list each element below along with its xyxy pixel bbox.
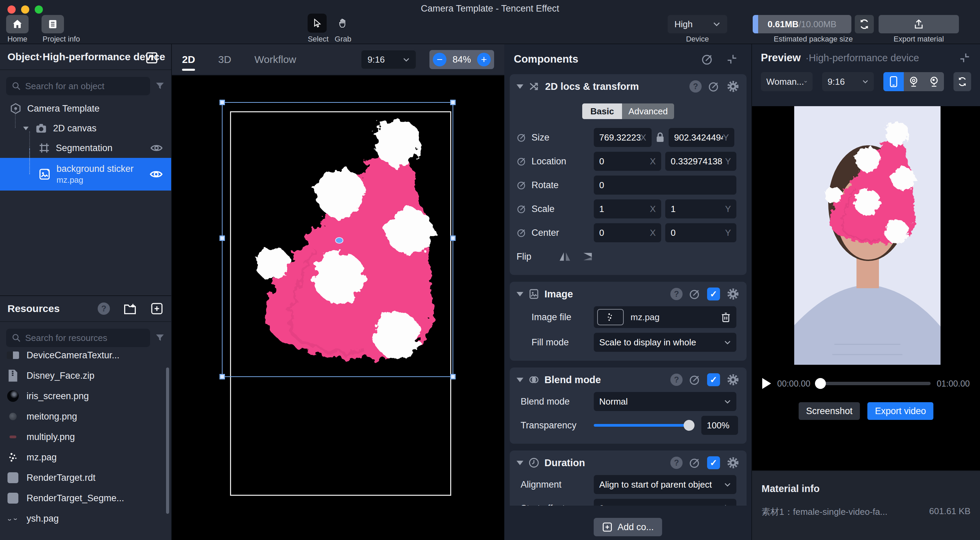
resource-item[interactable]: RenderTarget.rdt — [0, 468, 171, 488]
gear-icon[interactable] — [726, 80, 740, 93]
collapse-caret-icon[interactable] — [517, 461, 523, 465]
enabled-checkbox[interactable]: ✓ — [707, 373, 720, 386]
collapse-panel-icon[interactable] — [958, 51, 971, 64]
tab-advanced[interactable]: Advanced — [622, 104, 674, 119]
tree-item-2d-canvas[interactable]: 2D canvas — [0, 118, 171, 138]
gear-icon[interactable] — [726, 373, 740, 387]
object-search[interactable] — [6, 77, 150, 95]
panel-toggle-icon[interactable] — [144, 50, 159, 65]
scale-x-input[interactable]: 1X — [594, 199, 661, 218]
start-offset-input[interactable]: 0seconds — [594, 499, 737, 506]
fill-mode-dropdown[interactable]: Scale to display in whole — [594, 333, 737, 352]
preview-ratio-dropdown[interactable]: 9:16 — [822, 72, 874, 91]
image-file-field[interactable]: mz.pag — [594, 306, 737, 328]
reset-icon[interactable] — [689, 457, 701, 469]
transparency-slider[interactable] — [594, 424, 692, 427]
select-tool-button[interactable] — [308, 14, 327, 33]
reset-field-icon[interactable] — [517, 180, 527, 190]
export-package-button[interactable] — [878, 15, 959, 33]
resource-item[interactable]: mz.pag — [0, 447, 171, 468]
resource-item[interactable]: ysh.pag — [0, 508, 171, 529]
new-folder-icon[interactable] — [123, 302, 137, 315]
transparency-value[interactable]: 100% — [701, 416, 738, 435]
trash-icon[interactable] — [721, 312, 731, 323]
canvas-viewport[interactable] — [172, 75, 504, 540]
scale-y-input[interactable]: 1Y — [665, 199, 737, 218]
filter-icon[interactable] — [155, 81, 165, 91]
export-video-button[interactable]: Export video — [867, 402, 933, 420]
enabled-checkbox[interactable]: ✓ — [707, 456, 720, 469]
webcam2-source-button[interactable] — [924, 72, 944, 91]
resource-item[interactable]: iris_screen.png — [0, 386, 171, 406]
rotate-input[interactable]: 0 — [594, 175, 737, 194]
center-y-input[interactable]: 0Y — [665, 223, 737, 242]
resource-item[interactable]: multiply.png — [0, 427, 171, 447]
tab-2d[interactable]: 2D — [182, 48, 195, 72]
resize-handle[interactable] — [450, 374, 456, 379]
lock-icon[interactable] — [656, 132, 665, 143]
resize-handle[interactable] — [450, 236, 456, 241]
resource-item[interactable]: meitong.png — [0, 406, 171, 427]
alignment-dropdown[interactable]: Align to start of parent object — [594, 475, 737, 494]
resize-handle[interactable] — [450, 100, 456, 105]
preview-refresh-button[interactable] — [953, 72, 971, 91]
zoom-out-button[interactable]: − — [433, 53, 447, 66]
enabled-checkbox[interactable]: ✓ — [707, 288, 720, 301]
collapse-panel-icon[interactable] — [725, 53, 738, 66]
resources-search[interactable] — [6, 329, 150, 347]
location-y-input[interactable]: 0.332974138Y — [665, 152, 737, 171]
size-y-input[interactable]: 902.3424494Y — [669, 128, 734, 147]
resource-item[interactable]: RenderTarget_Segme... — [0, 488, 171, 508]
webcam-source-button[interactable] — [904, 72, 924, 91]
zoom-in-button[interactable]: + — [477, 53, 491, 66]
flip-horizontal-icon[interactable] — [558, 250, 572, 263]
package-refresh-button[interactable] — [855, 15, 874, 33]
location-x-input[interactable]: 0X — [594, 152, 661, 171]
gear-icon[interactable] — [726, 456, 740, 470]
tree-item-segmentation[interactable]: Segmentation — [0, 138, 171, 158]
size-x-input[interactable]: 769.3222354X — [594, 128, 652, 147]
screenshot-button[interactable]: Screenshot — [799, 402, 860, 420]
resources-help-icon[interactable]: ? — [98, 303, 110, 315]
help-icon[interactable]: ? — [689, 80, 702, 92]
seek-slider[interactable] — [816, 382, 930, 385]
reset-field-icon[interactable] — [517, 228, 527, 238]
device-dropdown[interactable]: High — [668, 15, 727, 33]
help-icon[interactable]: ? — [670, 374, 682, 386]
visibility-eye-icon[interactable] — [150, 169, 163, 180]
add-component-button[interactable]: Add co... — [594, 518, 662, 536]
flip-vertical-icon[interactable] — [582, 250, 595, 263]
resources-search-input[interactable] — [25, 333, 145, 343]
object-search-input[interactable] — [25, 81, 145, 92]
tree-item-background-sticker[interactable]: background sticker mz.pag — [0, 158, 171, 191]
visibility-eye-icon[interactable] — [150, 143, 163, 153]
model-dropdown[interactable]: Woman... — [761, 72, 813, 91]
resize-handle[interactable] — [220, 236, 225, 241]
resources-scrollbar[interactable] — [166, 368, 169, 514]
grab-tool-button[interactable] — [334, 14, 353, 33]
slider-knob[interactable] — [684, 420, 695, 431]
canvas-ratio-dropdown[interactable]: 9:16 — [361, 50, 416, 69]
reset-icon[interactable] — [689, 374, 701, 386]
resize-handle[interactable] — [220, 374, 225, 379]
reset-all-icon[interactable] — [701, 53, 714, 66]
reset-field-icon[interactable] — [517, 204, 527, 214]
gear-icon[interactable] — [726, 287, 740, 301]
tab-workflow[interactable]: Workflow — [255, 48, 296, 72]
tab-3d[interactable]: 3D — [218, 48, 231, 72]
anchor-point[interactable] — [335, 237, 343, 244]
resource-item[interactable]: DeviceCameraTextur... — [0, 350, 171, 365]
play-button[interactable] — [762, 378, 771, 389]
reset-icon[interactable] — [708, 80, 720, 92]
help-icon[interactable]: ? — [670, 288, 682, 300]
filter-icon[interactable] — [155, 333, 165, 343]
phone-source-button[interactable] — [883, 72, 904, 91]
collapse-caret-icon[interactable] — [517, 292, 523, 296]
reset-field-icon[interactable] — [517, 132, 527, 143]
tab-basic[interactable]: Basic — [582, 104, 622, 119]
collapse-caret-icon[interactable] — [517, 378, 523, 382]
tree-item-camera-template[interactable]: Camera Template — [0, 99, 171, 118]
home-button[interactable] — [6, 15, 29, 33]
blend-mode-dropdown[interactable]: Normal — [594, 392, 737, 411]
collapse-caret-icon[interactable] — [517, 84, 523, 89]
